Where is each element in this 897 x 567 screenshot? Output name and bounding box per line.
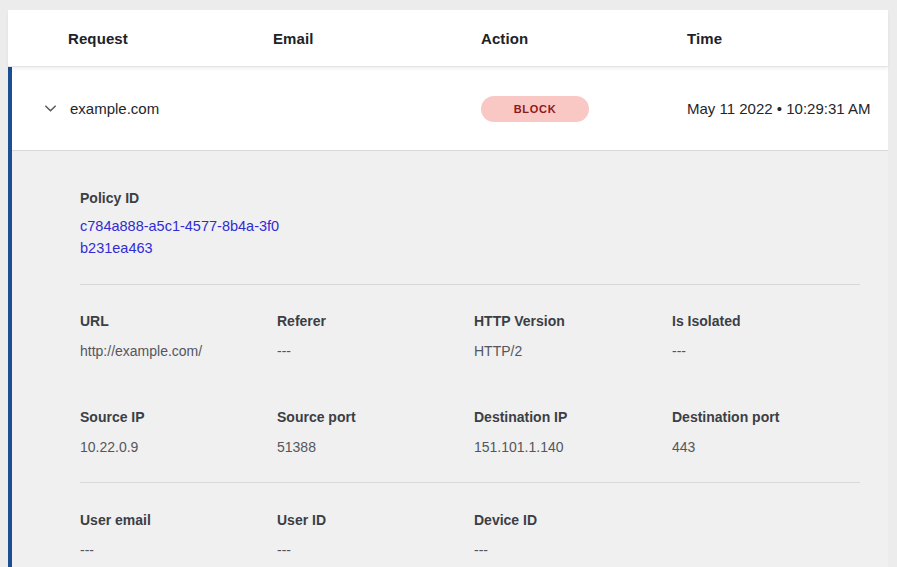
field-label: Device ID xyxy=(474,511,672,529)
time-cell: May 11 2022 • 10:29:31 AM xyxy=(687,98,875,120)
block-status-badge: BLOCK xyxy=(481,96,589,122)
policy-id-label: Policy ID xyxy=(80,189,860,207)
field-label: Is Isolated xyxy=(672,312,860,330)
log-entry-details: Policy ID c784a888-a5c1-4577-8b4a-3f0b23… xyxy=(12,150,888,567)
source-destination-fields-row: Source IP 10.22.0.9 Source port 51388 De… xyxy=(80,408,860,456)
chevron-down-icon[interactable] xyxy=(42,101,58,117)
field-value: 443 xyxy=(672,438,860,456)
field-user-id: User ID --- xyxy=(277,511,474,559)
field-value: --- xyxy=(277,541,474,559)
field-label: Destination IP xyxy=(474,408,672,426)
field-destination-ip: Destination IP 151.101.1.140 xyxy=(474,408,672,456)
expanded-log-entry: example.com BLOCK May 11 2022 • 10:29:31… xyxy=(8,67,888,567)
column-header-action: Action xyxy=(481,30,687,47)
field-is-isolated: Is Isolated --- xyxy=(672,312,860,360)
field-value: 151.101.1.140 xyxy=(474,438,672,456)
section-divider xyxy=(80,284,860,285)
policy-id-link[interactable]: c784a888-a5c1-4577-8b4a-3f0b231ea463 xyxy=(80,216,285,259)
field-url: URL http://example.com/ xyxy=(80,312,277,360)
column-header-request: Request xyxy=(68,30,273,47)
field-referer: Referer --- xyxy=(277,312,474,360)
policy-id-group: Policy ID c784a888-a5c1-4577-8b4a-3f0b23… xyxy=(80,189,860,259)
field-source-port: Source port 51388 xyxy=(277,408,474,456)
field-source-ip: Source IP 10.22.0.9 xyxy=(80,408,277,456)
field-label: User ID xyxy=(277,511,474,529)
field-device-id: Device ID --- xyxy=(474,511,672,559)
field-value: 51388 xyxy=(277,438,474,456)
field-value: --- xyxy=(277,342,474,360)
field-label: User email xyxy=(80,511,277,529)
field-label: URL xyxy=(80,312,277,330)
user-fields-row: User email --- User ID --- Device ID --- xyxy=(80,511,860,559)
field-http-version: HTTP Version HTTP/2 xyxy=(474,312,672,360)
field-value: http://example.com/ xyxy=(80,342,277,360)
field-value: 10.22.0.9 xyxy=(80,438,277,456)
field-destination-port: Destination port 443 xyxy=(672,408,860,456)
activity-log-table: Request Email Action Time example.com BL… xyxy=(8,10,888,567)
field-label: HTTP Version xyxy=(474,312,672,330)
request-cell: example.com xyxy=(70,100,273,117)
field-value: --- xyxy=(80,541,277,559)
column-header-email: Email xyxy=(273,30,481,47)
field-label: Source IP xyxy=(80,408,277,426)
field-label: Source port xyxy=(277,408,474,426)
field-empty xyxy=(672,511,860,559)
table-header-row: Request Email Action Time xyxy=(8,10,888,67)
action-cell: BLOCK xyxy=(481,96,687,122)
column-header-time: Time xyxy=(687,30,888,47)
field-value: --- xyxy=(672,342,860,360)
field-label: Referer xyxy=(277,312,474,330)
field-value: HTTP/2 xyxy=(474,342,672,360)
gateway-activity-log-page: Request Email Action Time example.com BL… xyxy=(0,0,897,567)
field-user-email: User email --- xyxy=(80,511,277,559)
field-label: Destination port xyxy=(672,408,860,426)
url-fields-row: URL http://example.com/ Referer --- HTTP… xyxy=(80,312,860,360)
field-value: --- xyxy=(474,541,672,559)
section-divider xyxy=(80,482,860,483)
table-row[interactable]: example.com BLOCK May 11 2022 • 10:29:31… xyxy=(12,67,888,150)
